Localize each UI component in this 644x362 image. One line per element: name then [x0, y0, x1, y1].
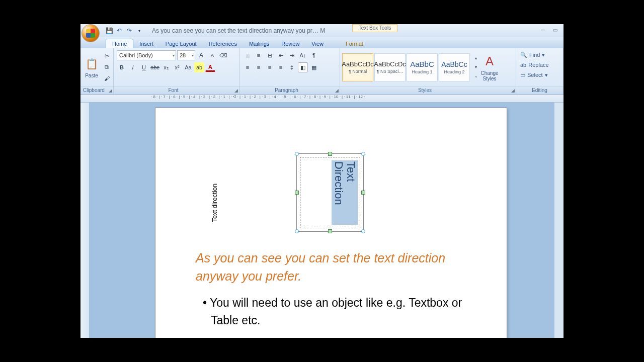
- maximize-icon[interactable]: ▭: [549, 27, 560, 34]
- undo-icon[interactable]: ↶: [115, 26, 124, 35]
- font-launcher-icon[interactable]: ◢: [233, 86, 239, 95]
- borders-icon[interactable]: ▦: [309, 62, 319, 72]
- redo-icon[interactable]: ↷: [125, 26, 134, 35]
- paragraph-launcher-icon[interactable]: ◢: [334, 86, 340, 95]
- clear-formatting-icon[interactable]: ⌫: [218, 50, 228, 60]
- save-icon[interactable]: 💾: [105, 26, 114, 35]
- grow-font-icon[interactable]: A: [196, 50, 206, 60]
- align-right-icon[interactable]: ≡: [265, 62, 275, 72]
- change-styles-icon: A: [481, 53, 498, 69]
- format-painter-icon[interactable]: 🖌: [102, 73, 112, 83]
- select-icon: ▭: [520, 72, 525, 78]
- tab-home[interactable]: Home: [106, 39, 133, 48]
- tab-format[interactable]: Format: [340, 39, 369, 48]
- decrease-indent-icon[interactable]: ⇤: [276, 50, 286, 60]
- replace-button[interactable]: abReplace: [520, 60, 559, 69]
- justify-icon[interactable]: ≡: [276, 62, 286, 72]
- sort-icon[interactable]: A↓: [298, 50, 308, 60]
- strikethrough-icon[interactable]: abc: [150, 62, 160, 72]
- ribbon: 📋 Paste ✂ ⧉ 🖌 Clipboard◢ Calibri (Body) …: [80, 48, 564, 95]
- style-no-spacing[interactable]: AaBbCcDc¶ No Spaci…: [374, 53, 406, 81]
- resize-handle-ne[interactable]: [361, 152, 365, 156]
- numbering-icon[interactable]: ≡: [254, 50, 264, 60]
- title-bar: 💾 ↶ ↷ ▾ As you can see you can set the t…: [80, 24, 564, 37]
- font-name-select[interactable]: Calibri (Body): [117, 50, 176, 60]
- underline-icon[interactable]: U: [139, 62, 149, 72]
- quick-access-toolbar: 💾 ↶ ↷ ▾: [105, 26, 144, 35]
- tab-page-layout[interactable]: Page Layout: [159, 39, 203, 48]
- resize-handle-sw[interactable]: [295, 229, 299, 233]
- clipboard-launcher-icon[interactable]: ◢: [107, 86, 113, 95]
- bullet-list: • You will need to use an object like e.…: [196, 294, 481, 329]
- qat-dropdown-icon[interactable]: ▾: [135, 26, 144, 35]
- tab-view[interactable]: View: [305, 39, 330, 48]
- tab-insert[interactable]: Insert: [133, 39, 159, 48]
- document-area[interactable]: Text direction Text Direction As you can…: [90, 103, 554, 338]
- replace-icon: ab: [520, 62, 526, 68]
- group-editing-label: Editing: [516, 86, 563, 94]
- find-button[interactable]: 🔍Find ▾: [520, 50, 559, 59]
- vertical-scrollbar[interactable]: [554, 103, 564, 338]
- paste-label: Paste: [85, 73, 98, 78]
- paragraph-orange: As you can see you can set the text dire…: [196, 249, 481, 286]
- tab-mailings[interactable]: Mailings: [243, 39, 275, 48]
- page: Text direction Text Direction As you can…: [155, 108, 507, 338]
- change-case-icon[interactable]: Aa: [183, 62, 193, 72]
- resize-handle-se[interactable]: [361, 229, 365, 233]
- resize-handle-nw[interactable]: [295, 152, 299, 156]
- side-rotated-text: Text direction: [211, 184, 218, 222]
- tab-review[interactable]: Review: [275, 39, 305, 48]
- vertical-ruler[interactable]: [80, 103, 90, 338]
- select-button[interactable]: ▭Select ▾: [520, 70, 559, 79]
- subscript-icon[interactable]: x₂: [161, 62, 171, 72]
- ribbon-tabs: Home Insert Page Layout References Maili…: [80, 37, 564, 48]
- selected-textbox[interactable]: Text Direction: [296, 153, 364, 232]
- group-styles-label: Styles◢: [340, 86, 516, 94]
- font-color-icon[interactable]: A: [205, 63, 215, 72]
- contextual-tab-label: Text Box Tools: [352, 24, 397, 32]
- cut-icon[interactable]: ✂: [102, 51, 112, 61]
- superscript-icon[interactable]: x²: [172, 62, 182, 72]
- shading-icon[interactable]: ◧: [298, 62, 308, 72]
- styles-launcher-icon[interactable]: ◢: [510, 86, 516, 95]
- textbox-content[interactable]: Text Direction: [332, 160, 358, 225]
- show-marks-icon[interactable]: ¶: [309, 50, 319, 60]
- resize-handle-s[interactable]: [328, 229, 332, 233]
- find-icon: 🔍: [520, 52, 527, 58]
- line-spacing-icon[interactable]: ‡: [287, 62, 297, 72]
- bold-icon[interactable]: B: [117, 62, 127, 72]
- resize-handle-w[interactable]: [295, 191, 299, 195]
- change-styles-button[interactable]: A Change Styles: [478, 51, 501, 84]
- style-heading-2[interactable]: AaBbCcHeading 2: [439, 53, 470, 81]
- tab-references[interactable]: References: [203, 39, 243, 48]
- horizontal-ruler[interactable]: · 8 · | · 7 · | · 6 · | · 5 · | · 4 · | …: [80, 95, 564, 103]
- copy-icon[interactable]: ⧉: [102, 62, 112, 72]
- bullets-icon[interactable]: ≣: [243, 50, 253, 60]
- group-font-label: Font◢: [114, 86, 239, 94]
- highlight-icon[interactable]: ab: [194, 62, 204, 72]
- paste-button[interactable]: 📋 Paste: [84, 51, 100, 84]
- resize-handle-e[interactable]: [361, 191, 365, 195]
- multilevel-icon[interactable]: ⊟: [265, 50, 275, 60]
- office-button[interactable]: [82, 24, 100, 42]
- align-left-icon[interactable]: ≡: [243, 62, 253, 72]
- group-clipboard-label: Clipboard◢: [80, 86, 113, 94]
- resize-handle-n[interactable]: [328, 152, 332, 156]
- shrink-font-icon[interactable]: A: [207, 50, 217, 60]
- align-center-icon[interactable]: ≡: [254, 62, 264, 72]
- minimize-icon[interactable]: ─: [537, 27, 548, 34]
- font-size-select[interactable]: 28: [177, 50, 195, 60]
- style-normal[interactable]: AaBbCcDc¶ Normal: [342, 53, 373, 81]
- group-paragraph-label: Paragraph◢: [239, 86, 340, 94]
- italic-icon[interactable]: I: [128, 62, 138, 72]
- style-heading-1[interactable]: AaBbCHeading 1: [407, 53, 438, 81]
- document-title: As you can see you can set the text dire…: [152, 27, 325, 34]
- increase-indent-icon[interactable]: ⇥: [287, 50, 297, 60]
- clipboard-icon: 📋: [84, 56, 100, 72]
